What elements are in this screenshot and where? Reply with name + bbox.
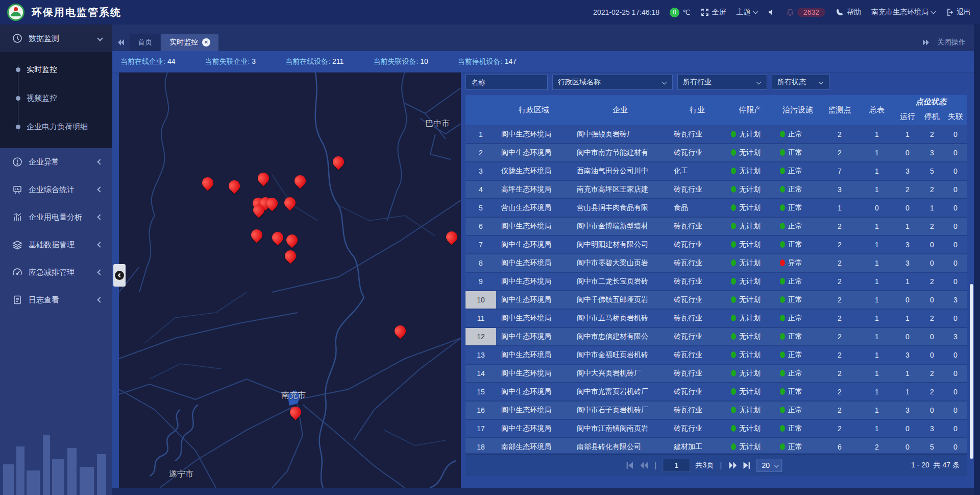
cell-production: 无计划: [726, 383, 775, 401]
row-index: 18: [465, 438, 496, 453]
status-filter-select[interactable]: 所有状态: [772, 75, 829, 90]
close-tab-icon[interactable]: ✕: [202, 38, 210, 46]
cell-meters: 1: [859, 309, 895, 327]
cell-run: 3: [895, 254, 920, 272]
cell-monitors: 3: [821, 180, 859, 199]
cell-industry: 砖瓦行业: [669, 272, 726, 291]
table-row-12[interactable]: 12 阆中生态环境局 阆中市忠信建材有限公 砖瓦行业 无计划 正常 2 1 0 …: [465, 327, 967, 346]
fullscreen-button[interactable]: 全屏: [701, 8, 726, 17]
map[interactable]: 巴中市南充市遂宁市: [119, 73, 461, 488]
first-page-button[interactable]: [625, 461, 634, 470]
prev-page-button[interactable]: [639, 461, 648, 470]
sound-button[interactable]: [768, 8, 776, 16]
col-stop: 停机: [920, 108, 944, 125]
table-row-4[interactable]: 4 高坪生态环境局 南充市高坪区王家店建 砖瓦行业 无计划 正常 3 1 2 2…: [465, 180, 967, 199]
sidebar-item-6[interactable]: 日志查看: [0, 286, 112, 314]
phone-icon: [836, 8, 844, 16]
sidebar-collapse-button[interactable]: [113, 264, 126, 287]
cell-meters: 1: [859, 180, 895, 199]
table-row-18[interactable]: 18 南部生态环境局 南部县砖化有限公司 建材加工 无计划 正常 6 2 0 5…: [465, 438, 967, 453]
double-chevron-right-icon[interactable]: [922, 38, 930, 46]
table-row-15[interactable]: 15 阆中生态环境局 阆中市光富页岩机砖厂 砖瓦行业 无计划 正常 2 1 1 …: [465, 383, 967, 401]
chevron-left-icon: [97, 297, 103, 302]
name-filter-input[interactable]: [471, 78, 542, 86]
cell-monitors: 6: [821, 438, 859, 453]
page-size-select[interactable]: 20: [756, 459, 782, 472]
stats-bar: 当前在线企业:44 当前失联企业:3 当前在线设备:211 当前失联设备:10 …: [112, 51, 974, 73]
table-row-8[interactable]: 8 阆中生态环境局 阆中市枣碧大梁山页岩 砖瓦行业 无计划 异常 2 1 3 0…: [465, 254, 967, 272]
chevron-left-icon: [118, 273, 122, 277]
status-dot-green: [780, 241, 785, 248]
table-row-16[interactable]: 16 阆中生态环境局 阆中市石子页岩机砖厂 砖瓦行业 无计划 正常 2 1 3 …: [465, 401, 967, 419]
cell-run: 3: [895, 346, 920, 364]
cell-facility: 正常: [775, 125, 821, 144]
table-row-9[interactable]: 9 阆中生态环境局 阆中市二龙长宝页岩砖 砖瓦行业 无计划 正常 2 1 1 2…: [465, 272, 967, 291]
speaker-icon: [768, 8, 776, 16]
tab-home[interactable]: 首页: [130, 34, 160, 51]
help-button[interactable]: 帮助: [836, 8, 861, 17]
table-row-10[interactable]: 10 阆中生态环境局 阆中千佛镇五郎垭页岩 砖瓦行业 无计划 正常 2 1 0 …: [465, 291, 967, 309]
table-row-6[interactable]: 6 阆中生态环境局 阆中市金博瑞新型墙材 砖瓦行业 无计划 正常 2 1 1 2…: [465, 217, 967, 235]
cell-monitors: 2: [821, 364, 859, 383]
status-dot-green: [731, 407, 736, 413]
cell-production: 无计划: [726, 162, 775, 180]
sidebar-item-5[interactable]: 应急减排管理: [0, 258, 112, 286]
cell-lost: 0: [944, 401, 967, 419]
sidebar-subitem-视频监控[interactable]: 视频监控: [0, 84, 112, 112]
cell-run: 1: [895, 125, 920, 144]
cell-region: 仪陇生态环境局: [496, 162, 572, 180]
table-row-14[interactable]: 14 阆中生态环境局 阆中大兴页岩机砖厂 砖瓦行业 无计划 正常 2 1 1 2…: [465, 364, 967, 383]
chevron-left-icon: [97, 214, 103, 220]
cell-monitors: 2: [821, 144, 859, 162]
sidebar-item-3[interactable]: 企业用电量分析: [0, 203, 112, 231]
table-row-7[interactable]: 7 阆中生态环境局 阆中明阳建材有限公司 砖瓦行业 无计划 正常 2 1 3 0…: [465, 235, 967, 254]
close-operations-button[interactable]: 关闭操作: [937, 38, 966, 47]
table-row-13[interactable]: 13 阆中生态环境局 阆中市金福旺页岩机砖 砖瓦行业 无计划 正常 2 1 3 …: [465, 346, 967, 364]
industry-filter-select[interactable]: 所有行业: [677, 75, 767, 90]
cell-run: 3: [895, 162, 920, 180]
stat-item: 当前停机设备:147: [458, 57, 517, 66]
cell-run: 1: [895, 383, 920, 401]
status-dot-green: [731, 131, 736, 137]
org-dropdown[interactable]: 南充市生态环境局: [871, 8, 935, 17]
notifications[interactable]: 2632: [786, 8, 825, 17]
tab-bar: 首页 实时监控 ✕ 关闭操作: [112, 25, 974, 51]
cell-meters: 1: [859, 162, 895, 180]
table-row-11[interactable]: 11 阆中生态环境局 阆中市五马桥页岩机砖 砖瓦行业 无计划 正常 2 1 1 …: [465, 309, 967, 327]
status-dot-green: [780, 296, 785, 303]
cell-run: 1: [895, 309, 920, 327]
sidebar-item-4[interactable]: 基础数据管理: [0, 231, 112, 258]
cell-monitors: 2: [821, 272, 859, 291]
sidebar-subitem-实时监控[interactable]: 实时监控: [0, 55, 112, 84]
table-row-5[interactable]: 5 营山生态环境局 营山县润丰肉食品有限 食品 无计划 正常 1 0 0 1 0: [465, 199, 967, 217]
cell-region: 阆中生态环境局: [496, 144, 572, 162]
table-row-2[interactable]: 2 阆中生态环境局 阆中市南方节能建材有 砖瓦行业 无计划 正常 2 1 0 3…: [465, 144, 967, 162]
bell-icon: [786, 8, 794, 16]
sidebar-item-2[interactable]: 企业综合统计: [0, 176, 112, 203]
clock-icon: [12, 33, 22, 43]
cell-production: 无计划: [726, 346, 775, 364]
cell-monitors: 1: [821, 199, 859, 217]
double-chevron-left-icon: [117, 38, 125, 46]
theme-dropdown[interactable]: 主题: [737, 8, 757, 17]
col-monitors: 监测点: [821, 95, 859, 125]
window-scrollbar-thumb[interactable]: [970, 284, 973, 459]
cell-stop: 0: [920, 346, 944, 364]
cell-meters: 0: [859, 199, 895, 217]
sidebar-subitem-企业电力负荷明细[interactable]: 企业电力负荷明细: [0, 112, 112, 141]
tab-realtime-monitor[interactable]: 实时监控 ✕: [161, 34, 218, 51]
logout-button[interactable]: 退出: [945, 8, 971, 17]
status-dot-green: [780, 370, 785, 376]
cell-lost: 0: [944, 383, 967, 401]
sidebar-item-1[interactable]: 企业异常: [0, 148, 112, 176]
status-dot-green: [780, 168, 785, 174]
table-row-17[interactable]: 17 阆中生态环境局 阆中市江南镇阆南页岩 砖瓦行业 无计划 正常 2 1 0 …: [465, 419, 967, 438]
region-filter-select[interactable]: 行政区域名称: [552, 75, 673, 90]
table-row-3[interactable]: 3 仪陇生态环境局 西南油气田分公司川中 化工 无计划 正常 7 1 3 5 0: [465, 162, 967, 180]
table-row-1[interactable]: 1 阆中生态环境局 阆中强锐页岩砖厂 砖瓦行业 无计划 正常 2 1 1 2 0: [465, 125, 967, 144]
sidebar-item-0[interactable]: 数据监测: [0, 25, 112, 52]
page-number-input[interactable]: [663, 459, 690, 472]
next-page-button[interactable]: [728, 461, 737, 470]
last-page-button[interactable]: [742, 461, 751, 470]
tabs-scroll-left-button[interactable]: [112, 34, 130, 51]
